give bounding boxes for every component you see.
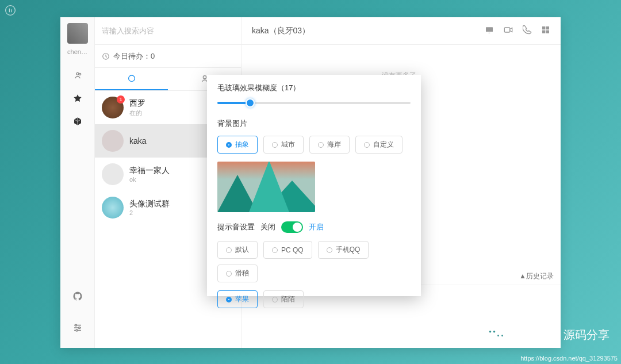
contact-avatar [102, 130, 124, 152]
contacts-nav-icon[interactable] [60, 64, 94, 87]
contact-name: 头像测试群 [129, 199, 214, 209]
svg-point-5 [76, 329, 78, 331]
contact-avatar: 1 [102, 97, 124, 118]
bg-option-city[interactable]: 城市 [263, 136, 304, 154]
svg-point-8 [203, 75, 206, 78]
svg-rect-13 [542, 30, 545, 33]
svg-rect-9 [486, 27, 493, 32]
sound-off-label: 关闭 [260, 222, 275, 232]
video-call-icon[interactable] [503, 25, 513, 36]
sound-option-default[interactable]: 默认 [217, 241, 258, 259]
wechat-icon [484, 323, 508, 347]
blur-slider[interactable] [217, 98, 411, 108]
bg-option-coast[interactable]: 海岸 [309, 136, 350, 154]
sound-option-pcqq[interactable]: PC QQ [263, 241, 312, 259]
svg-point-2 [79, 73, 80, 75]
svg-point-4 [78, 327, 80, 329]
bg-options: 抽象 城市 海岸 自定义 [217, 136, 411, 154]
todo-bar[interactable]: 今日待办：0 [95, 45, 241, 68]
unread-badge: 1 [117, 95, 125, 104]
current-user-avatar[interactable] [67, 23, 88, 44]
chat-header: kaka（良牙03） [241, 17, 561, 45]
contact-name: 幸福一家人 [129, 166, 214, 176]
watermark-text: 程序代做 源码分享 [514, 327, 610, 343]
sound-on-label: 开启 [309, 222, 324, 232]
svg-point-20 [502, 335, 504, 336]
bg-option-abstract[interactable]: 抽象 [217, 136, 258, 154]
left-nav: chen… [60, 17, 95, 348]
voice-call-icon[interactable] [523, 25, 532, 36]
svg-rect-12 [546, 26, 549, 29]
source-url: https://blog.csdn.net/qq_31293575 [520, 355, 618, 362]
svg-point-18 [493, 331, 496, 333]
svg-rect-10 [504, 28, 509, 32]
bg-section-title: 背景图片 [217, 118, 411, 129]
svg-point-16 [495, 331, 506, 342]
svg-point-3 [75, 324, 76, 326]
svg-point-17 [489, 331, 492, 333]
blur-label: 毛玻璃效果模糊度（17） [217, 83, 411, 93]
screen-share-icon[interactable] [485, 25, 494, 36]
settings-sliders-icon[interactable] [60, 316, 95, 339]
sound-toggle[interactable] [281, 221, 303, 233]
search-placeholder: 请输入搜索内容 [102, 26, 154, 36]
sound-options-row2: 苹果 陌陌 [217, 290, 411, 308]
settings-modal: 毛玻璃效果模糊度（17） 背景图片 抽象 城市 海岸 自定义 提示音设置 关闭 … [207, 75, 421, 296]
cube-nav-icon[interactable] [60, 110, 94, 133]
github-icon[interactable] [60, 285, 95, 308]
contact-subtitle: 2 [129, 209, 214, 216]
contact-avatar [102, 197, 124, 219]
search-input[interactable]: 请输入搜索内容 [95, 17, 241, 45]
contact-subtitle: ok [129, 176, 214, 183]
star-nav-icon[interactable] [60, 87, 94, 110]
current-user-name: chen… [67, 48, 87, 55]
svg-rect-11 [542, 26, 545, 29]
sound-option-apple[interactable]: 苹果 [217, 290, 258, 308]
bg-preview-image [217, 162, 315, 212]
apps-grid-icon[interactable] [541, 25, 550, 36]
chat-title: kaka（良牙03） [252, 26, 310, 36]
todo-label: 今日待办：0 [113, 51, 155, 62]
svg-point-19 [498, 335, 500, 336]
hand-pointer-icon [5, 5, 16, 18]
watermark: 程序代做 源码分享 [484, 323, 610, 347]
bg-option-custom[interactable]: 自定义 [355, 136, 402, 154]
svg-point-1 [76, 72, 79, 75]
tab-messages[interactable] [95, 68, 168, 90]
contact-avatar [102, 163, 124, 185]
sound-options: 默认 PC QQ 手机QQ 滑稽 [217, 241, 411, 282]
svg-point-0 [6, 6, 16, 16]
sound-option-funny[interactable]: 滑稽 [217, 265, 258, 282]
history-toggle[interactable]: ▲历史记录 [519, 271, 554, 281]
svg-rect-14 [546, 30, 549, 33]
sound-option-momo[interactable]: 陌陌 [263, 290, 304, 308]
sound-title: 提示音设置 [217, 222, 255, 232]
sound-section: 提示音设置 关闭 开启 [217, 221, 411, 233]
sound-option-mobileqq[interactable]: 手机QQ [318, 241, 369, 259]
